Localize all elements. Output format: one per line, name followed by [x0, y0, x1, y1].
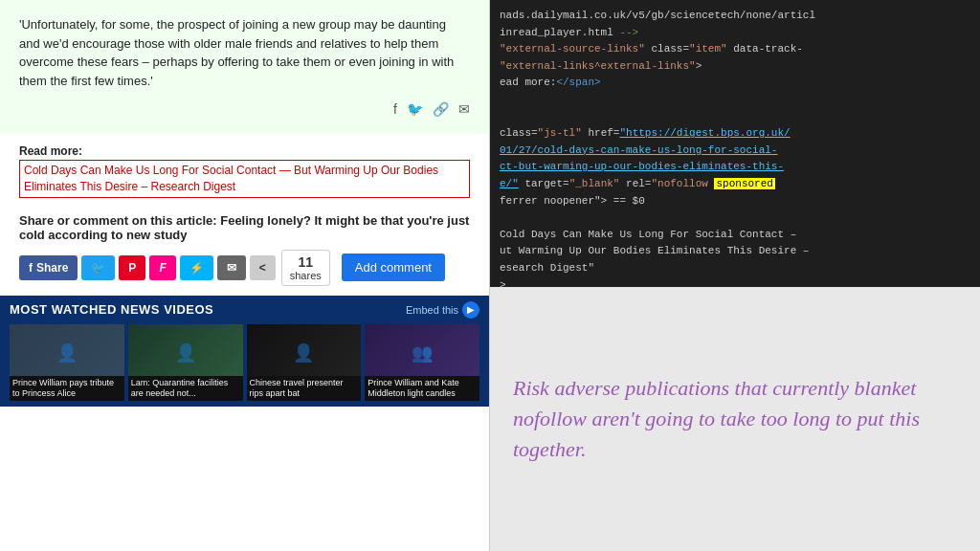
message-box: Risk adverse publications that currently…	[490, 287, 980, 551]
video-thumb-3[interactable]: 👤 Chinese travel presenter rips apart ba…	[247, 324, 362, 401]
email-share-button[interactable]: ✉	[217, 255, 246, 280]
video-thumb-4[interactable]: 👥 Prince William and Kate Middleton ligh…	[365, 324, 479, 401]
twitter-icon: 🐦	[91, 261, 105, 275]
embed-this-button[interactable]: Embed this ▶	[406, 301, 479, 319]
more-share-icon: <	[259, 261, 266, 275]
video-thumb-2-label: Lam: Quarantine facilities are needed no…	[128, 376, 243, 401]
video-thumb-3-label: Chinese travel presenter rips apart bat	[247, 376, 362, 401]
twitter-share-button[interactable]: 🐦	[81, 255, 115, 280]
code-line-8: class="js-tl" href="https://digest.bps.o…	[500, 125, 970, 143]
most-watched-title: MOST WATCHED NEWS VIDEOS	[10, 302, 213, 317]
code-line-12: ferrer noopener"> == $0	[500, 193, 970, 210]
code-line-5: ead more:</span>	[500, 75, 970, 92]
messenger-share-button[interactable]: ⚡	[180, 255, 213, 280]
more-share-button[interactable]: <	[250, 255, 276, 280]
embed-icon: ▶	[462, 301, 479, 319]
pinterest-share-button[interactable]: P	[119, 255, 145, 280]
share-title: Share or comment on this article: Feelin…	[19, 213, 470, 242]
code-line-4: "external-links^external-links">	[500, 58, 970, 76]
read-more-link[interactable]: Cold Days Can Make Us Long For Social Co…	[19, 160, 470, 198]
video-thumb-2[interactable]: 👤 Lam: Quarantine facilities are needed …	[128, 324, 243, 401]
share-buttons-row: f Share 🐦 P F ⚡ ✉ < 11 shares	[19, 250, 470, 286]
video-thumbnails-row: 👤 Prince William pays tribute to Princes…	[10, 324, 479, 401]
video-thumb-1-label: Prince William pays tribute to Princess …	[10, 376, 124, 401]
code-line-3: "external-source-links" class="item" dat…	[500, 41, 970, 58]
code-line-16: esearch Digest"	[500, 260, 970, 277]
read-more-section: Read more: Cold Days Can Make Us Long Fo…	[0, 134, 489, 204]
code-line-9: 01/27/cold-days-can-make-us-long-for-soc…	[500, 143, 970, 160]
quote-text: 'Unfortunately, for some, the prospect o…	[19, 15, 470, 90]
most-watched-section: MOST WATCHED NEWS VIDEOS Embed this ▶ 👤 …	[0, 296, 489, 407]
code-line-10: ct-but-warming-up-our-bodies-eliminates-…	[500, 159, 970, 176]
thumb-3-overlay: 👤	[247, 324, 362, 382]
code-line-6	[500, 92, 970, 109]
code-line-13	[500, 209, 970, 227]
thumb-4-people-icon: 👥	[412, 342, 433, 364]
facebook-icon: f	[29, 261, 33, 275]
most-watched-header: MOST WATCHED NEWS VIDEOS Embed this ▶	[10, 301, 479, 319]
quote-social-icons: f 🐦 🔗 ✉	[19, 101, 470, 124]
flipboard-share-button[interactable]: F	[149, 255, 175, 280]
quote-section: 'Unfortunately, for some, the prospect o…	[0, 0, 489, 134]
code-line-11: e/" target="_blank" rel="nofollow sponso…	[500, 176, 970, 193]
video-thumb-1[interactable]: 👤 Prince William pays tribute to Princes…	[10, 324, 124, 401]
link-quote-icon[interactable]: 🔗	[433, 101, 449, 117]
thumb-3-person-icon: 👤	[293, 342, 314, 364]
shares-label: shares	[290, 270, 322, 281]
code-line-17: >	[500, 277, 970, 288]
share-section: Share or comment on this article: Feelin…	[0, 204, 489, 296]
left-panel: 'Unfortunately, for some, the prospect o…	[0, 0, 490, 551]
facebook-quote-icon[interactable]: f	[393, 101, 397, 117]
thumb-1-person-icon: 👤	[56, 342, 78, 364]
right-panel: nads.dailymail.co.uk/v5/gb/sciencetech/n…	[490, 0, 980, 551]
message-text: Risk adverse publications that currently…	[513, 373, 957, 465]
facebook-share-label: Share	[36, 261, 68, 275]
flipboard-icon: F	[159, 261, 166, 275]
code-line-1: nads.dailymail.co.uk/v5/gb/sciencetech/n…	[500, 8, 970, 25]
thumb-2-person-icon: 👤	[175, 342, 196, 364]
messenger-icon: ⚡	[189, 261, 204, 275]
email-icon: ✉	[227, 261, 236, 275]
thumb-2-overlay: 👤	[128, 324, 243, 382]
email-quote-icon[interactable]: ✉	[458, 101, 470, 117]
pinterest-icon: P	[128, 261, 136, 275]
sponsored-word: sponsored	[714, 178, 774, 189]
thumb-4-overlay: 👥	[365, 324, 479, 382]
code-line-14: Cold Days Can Make Us Long For Social Co…	[500, 227, 970, 244]
twitter-quote-icon[interactable]: 🐦	[407, 101, 423, 117]
thumb-1-overlay: 👤	[10, 324, 124, 382]
code-line-15: ut Warming Up Our Bodies Eliminates This…	[500, 243, 970, 260]
code-line-7	[500, 109, 970, 126]
embed-label: Embed this	[406, 304, 458, 316]
video-thumb-4-label: Prince William and Kate Middleton light …	[365, 376, 479, 401]
shares-count-box: 11 shares	[281, 250, 330, 286]
code-line-2: inread_player.html -->	[500, 25, 970, 42]
code-section: nads.dailymail.co.uk/v5/gb/sciencetech/n…	[490, 0, 980, 287]
add-comment-button[interactable]: Add comment	[342, 253, 445, 281]
shares-number: 11	[298, 254, 313, 270]
facebook-share-button[interactable]: f Share	[19, 255, 78, 280]
read-more-label: Read more:	[19, 144, 82, 158]
